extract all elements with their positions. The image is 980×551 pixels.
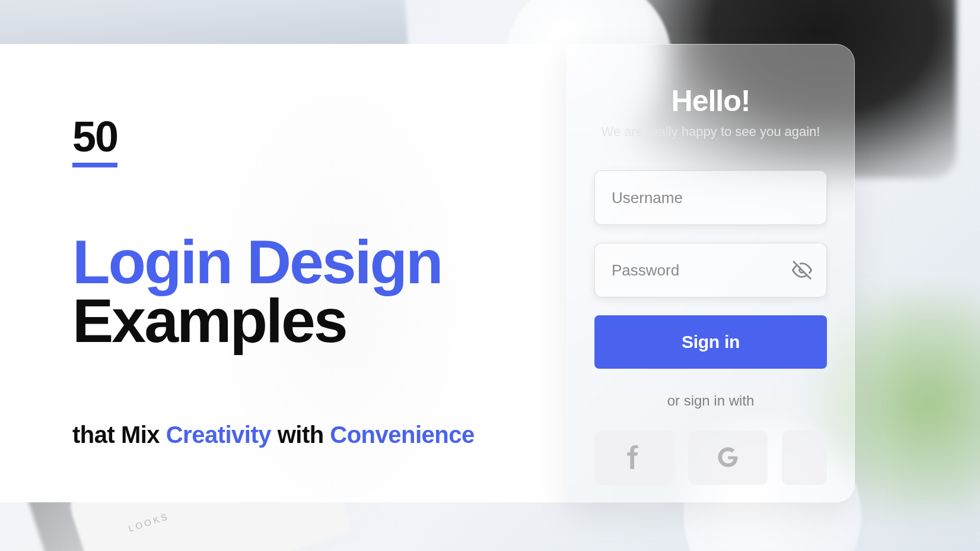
login-card: Hello! We are really happy to see you ag… — [567, 44, 855, 502]
hero-subtitle: that Mix Creativity with Convenience — [72, 422, 567, 448]
password-field-wrapper[interactable] — [594, 243, 827, 297]
signin-button[interactable]: Sign in — [594, 315, 827, 369]
google-icon — [716, 445, 740, 471]
username-field-wrapper[interactable] — [594, 170, 827, 225]
eye-off-icon[interactable] — [792, 260, 812, 280]
social-button-3[interactable] — [782, 430, 827, 485]
subtitle-pre: that Mix — [72, 422, 166, 448]
hero-panel: 50 Login Design Examples that Mix Creati… — [0, 44, 567, 502]
password-input[interactable] — [612, 261, 810, 280]
login-greeting: Hello! — [594, 84, 827, 118]
login-subgreeting: We are really happy to see you again! — [594, 124, 827, 140]
facebook-icon — [622, 445, 646, 471]
subtitle-accent-2: Convenience — [330, 422, 474, 448]
social-row — [594, 430, 827, 485]
google-button[interactable] — [688, 430, 768, 485]
or-signin-label: or sign in with — [594, 392, 827, 409]
hero-title: Login Design Examples — [72, 233, 567, 350]
subtitle-accent-1: Creativity — [166, 422, 271, 448]
subtitle-mid: with — [271, 422, 330, 448]
hero-title-line-1: Login Design — [72, 233, 567, 292]
hero-title-line-2: Examples — [72, 292, 567, 350]
hero-number: 50 — [72, 115, 117, 167]
facebook-button[interactable] — [594, 430, 674, 485]
username-input[interactable] — [612, 189, 810, 207]
